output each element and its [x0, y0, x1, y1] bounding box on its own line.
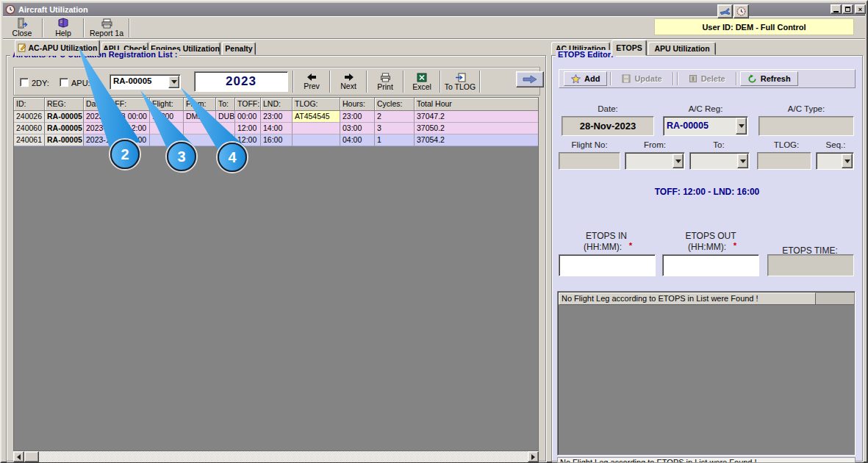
delete-label: Delete [701, 74, 725, 83]
prev-button[interactable]: Prev [294, 70, 329, 94]
excel-button[interactable]: Excel [404, 70, 440, 94]
column-header[interactable]: Flight: [150, 98, 184, 111]
tab-etops[interactable]: ETOPS [611, 40, 647, 56]
table-row[interactable]: 240060 RA-00005 2023-11-28 12:00 12:00 1… [14, 123, 538, 134]
to-tlog-label: To TLOG [445, 82, 476, 91]
close-window-button[interactable]: × [855, 4, 866, 14]
flight-no-field[interactable] [559, 152, 620, 170]
seq-combo[interactable] [816, 152, 854, 170]
tlog-label: TLOG: [774, 140, 800, 149]
cell-reg: RA-00005 [45, 111, 84, 123]
arrow-right-icon [343, 73, 354, 82]
etops-flight-leg-list: No Flight Leg according to ETOPS in List… [557, 291, 856, 456]
restore-button[interactable] [842, 4, 853, 14]
cell-toff: 12:00 [235, 123, 261, 134]
excel-label: Excel [412, 82, 431, 91]
combo-dropdown-button[interactable] [842, 154, 853, 168]
column-header[interactable]: Total Hour [415, 98, 539, 111]
forward-arrow-button[interactable] [516, 71, 544, 87]
cell-id: 240026 [14, 111, 45, 123]
column-header[interactable]: ID: [14, 98, 45, 111]
list-header-message: No Flight Leg according to ETOPS in List… [559, 292, 816, 305]
from-combo[interactable] [625, 152, 685, 170]
cell-cycles: 3 [375, 123, 415, 134]
column-header[interactable]: To: [216, 98, 235, 111]
table-row[interactable]: 240026 RA-00005 2023-05-18 00:00 15800 D… [14, 111, 538, 123]
ac-reg-value: RA-00005 [667, 121, 709, 131]
toolbar-separator [736, 72, 737, 85]
etops-out-input[interactable] [662, 254, 759, 276]
scrollbar-thumb[interactable] [24, 451, 39, 462]
refresh-icon [747, 74, 757, 84]
combo-dropdown-button[interactable] [736, 118, 747, 134]
next-button[interactable]: Next [331, 70, 366, 94]
date-value: 28-Nov-2023 [580, 121, 636, 132]
add-button[interactable]: Add [564, 71, 607, 86]
print-button[interactable]: Print [367, 70, 403, 94]
status-message: No Flight Leg according to ETOPS in List… [560, 458, 757, 463]
delete-button: Delete [681, 71, 733, 86]
save-disk-icon [622, 74, 631, 83]
cell-date-toff: 2023-05-18 00:00 [84, 111, 150, 123]
ac-reg-combo[interactable]: RA-00005 [663, 116, 748, 136]
refresh-button[interactable]: Refresh [740, 71, 798, 86]
close-button[interactable]: Close [3, 17, 41, 38]
tab-penalty[interactable]: Penalty [222, 42, 256, 55]
toolbar-separator [610, 72, 611, 85]
tlog-field[interactable] [757, 152, 811, 170]
cell-lnd: 16:00 [261, 134, 293, 146]
user-id-text: User ID: DEM - Full Control [702, 23, 806, 32]
chevron-down-icon [675, 159, 681, 163]
minimize-icon [833, 11, 839, 12]
column-header[interactable]: REG: [45, 98, 84, 111]
combo-dropdown-button[interactable] [737, 154, 748, 168]
cell-tlog [293, 134, 340, 146]
printer-icon [101, 18, 113, 29]
list-header-filler [816, 292, 854, 305]
2dy-checkbox[interactable] [20, 78, 29, 87]
report-1a-button[interactable]: Report 1a [85, 17, 128, 38]
apu-checkbox[interactable] [60, 78, 68, 87]
horizontal-scrollbar[interactable] [13, 451, 539, 462]
column-header[interactable]: LND: [261, 98, 293, 111]
column-header[interactable]: TLOG: [293, 98, 340, 111]
combo-dropdown-button[interactable] [168, 76, 179, 88]
column-header[interactable]: Cycles: [375, 98, 415, 111]
scroll-right-button[interactable] [528, 451, 539, 462]
airplane-tool-button[interactable] [717, 4, 733, 18]
arrow-right-icon [531, 454, 535, 460]
minimize-button[interactable] [831, 4, 842, 14]
clock-icon [5, 4, 15, 15]
column-header[interactable]: From: [184, 98, 216, 111]
aircraft-reg-combo[interactable]: RA-00005 [110, 74, 181, 90]
cell-id: 240061 [14, 134, 45, 146]
tab-apu-utilization[interactable]: APU Utilization [648, 42, 716, 55]
cell-flight [150, 123, 184, 134]
etops-in-input[interactable] [559, 254, 656, 276]
tab-ac-apu-utilization[interactable]: AC-APU Utilization [15, 40, 100, 56]
update-button: Update [614, 71, 669, 86]
etops-time-field [767, 254, 854, 276]
close-button-label: Close [12, 29, 32, 37]
grid-header-row: ID: REG: Date TOFF: Flight: From: To: TO… [14, 98, 538, 111]
toff-lnd-summary: TOFF: 12:00 - LND: 16:00 [655, 187, 759, 197]
help-button[interactable]: Help [44, 17, 82, 38]
clock-tool-button[interactable] [734, 4, 749, 18]
column-header[interactable]: Date TOFF: [84, 98, 150, 111]
column-header[interactable]: TOFF: [235, 98, 261, 111]
combo-dropdown-button[interactable] [672, 154, 684, 168]
to-tlog-button[interactable]: To TLOG [441, 70, 479, 94]
year-value: 2023 [226, 74, 257, 89]
etops-out-sub-label: (HH:MM): [688, 242, 726, 252]
to-label: To: [713, 140, 724, 149]
cell-cycles: 1 [375, 134, 415, 146]
table-row[interactable]: 240061 RA-00005 2023-11-28 12:00 12:00 1… [14, 134, 538, 146]
scroll-left-button[interactable] [13, 451, 24, 462]
to-combo[interactable] [689, 152, 750, 170]
column-header[interactable]: Hours: [340, 98, 375, 111]
to-tlog-icon [455, 73, 466, 82]
arrow-left-icon [17, 454, 21, 460]
cell-to: DUB [216, 111, 235, 123]
grid-nav-toolbar: Prev Next Print Excel To [293, 68, 481, 95]
cell-reg: RA-00005 [45, 134, 84, 146]
